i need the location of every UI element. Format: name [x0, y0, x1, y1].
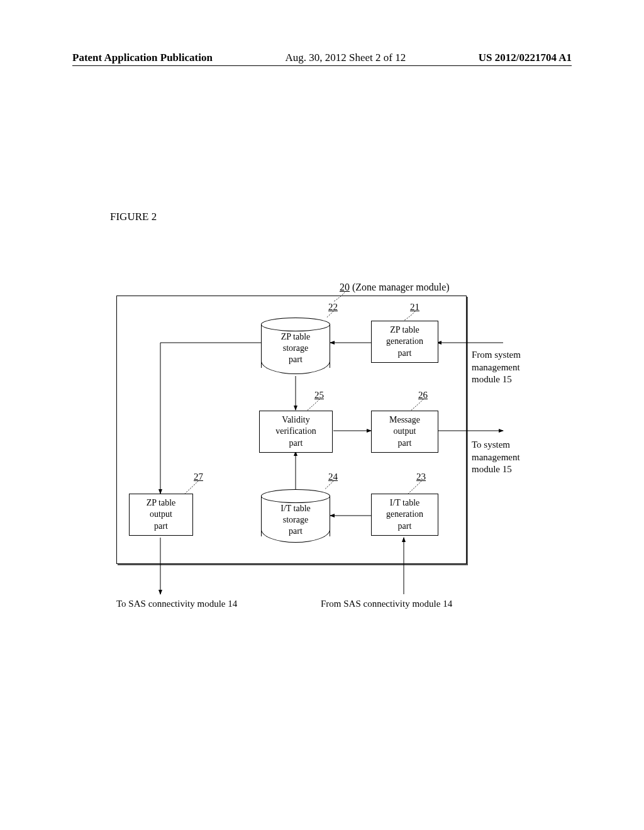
header-right: US 2012/0221704 A1 [479, 52, 572, 64]
from-sys-l3: module 15 [472, 374, 521, 386]
b24-l1: I/T table [261, 503, 330, 514]
b26-l2: output [372, 426, 438, 437]
page-header: Patent Application Publication Aug. 30, … [72, 52, 572, 66]
to-sys-l3: module 15 [472, 463, 520, 476]
zp-table-output-part: ZP table output part [129, 494, 193, 536]
to-sas-label: To SAS connectivity module 14 [116, 599, 237, 609]
from-sys-l1: From system [472, 349, 521, 362]
ref-26: 26 [418, 390, 428, 401]
b21-l3: part [372, 348, 438, 359]
zp-table-storage-part: ZP table storage part [261, 318, 330, 374]
it-table-storage-part: I/T table storage part [261, 489, 330, 543]
b25-l2: verification [260, 426, 332, 437]
ref-24: 24 [328, 472, 338, 482]
diagram: 20 (Zone manager module) [101, 277, 553, 616]
b24-label: I/T table storage part [261, 503, 330, 538]
b27-l1: ZP table [130, 497, 192, 509]
zp-table-generation-part: ZP table generation part [371, 321, 438, 363]
b24-l2: storage [261, 514, 330, 526]
b23-l1: I/T table [372, 497, 438, 509]
it-table-generation-part: I/T table generation part [371, 494, 438, 536]
from-sys-l2: management [472, 362, 521, 374]
b22-l1: ZP table [261, 331, 330, 343]
b26-l1: Message [372, 414, 438, 426]
validity-verification-part: Validity verification part [259, 411, 333, 453]
b24-l3: part [261, 526, 330, 537]
b21-l2: generation [372, 336, 438, 347]
b26-l3: part [372, 438, 438, 449]
ref-21: 21 [410, 302, 419, 313]
module-name: (Zone manager module) [352, 282, 450, 292]
header-center: Aug. 30, 2012 Sheet 2 of 12 [285, 52, 406, 64]
b23-l3: part [372, 521, 438, 532]
ref-27: 27 [194, 472, 203, 482]
from-sas-label: From SAS connectivity module 14 [321, 599, 452, 609]
to-sys-l1: To system [472, 439, 520, 451]
b22-label: ZP table storage part [261, 331, 330, 366]
header-left: Patent Application Publication [72, 52, 213, 64]
figure-label: FIGURE 2 [110, 211, 157, 223]
module-title: 20 (Zone manager module) [340, 282, 450, 293]
ref-23: 23 [416, 472, 426, 482]
from-system-label: From system management module 15 [472, 349, 521, 386]
b27-l3: part [130, 521, 192, 532]
b21-l1: ZP table [372, 324, 438, 336]
module-ref: 20 [340, 282, 350, 292]
b27-l2: output [130, 509, 192, 520]
b25-l3: part [260, 438, 332, 449]
ref-22: 22 [328, 302, 338, 313]
b22-l2: storage [261, 343, 330, 354]
b25-l1: Validity [260, 414, 332, 426]
to-system-label: To system management module 15 [472, 439, 520, 476]
b23-l2: generation [372, 509, 438, 520]
message-output-part: Message output part [371, 411, 438, 453]
ref-25: 25 [314, 390, 324, 401]
to-sys-l2: management [472, 451, 520, 464]
b22-l3: part [261, 354, 330, 365]
